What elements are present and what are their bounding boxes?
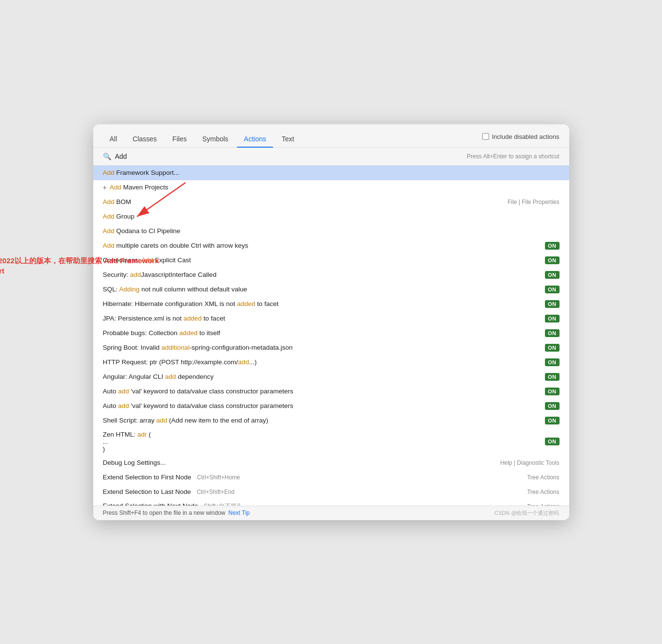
result-item[interactable]: Extend Selection to First Node Ctrl+Shif…: [93, 470, 569, 485]
highlight: added: [237, 300, 255, 307]
status-bar: Press Shift+F4 to open the file in a new…: [93, 506, 569, 520]
highlight: additional: [161, 344, 189, 351]
highlight: Adding: [119, 286, 139, 293]
on-badge: ON: [545, 373, 560, 381]
highlight: Add: [103, 227, 115, 235]
on-badge: ON: [545, 388, 560, 395]
item-meta: Tree Actions: [527, 503, 559, 506]
highlight: Add: [110, 184, 121, 191]
on-badge: ON: [545, 256, 560, 264]
item-label: Auto add 'val' keyword to data/value cla…: [103, 402, 545, 409]
item-label: Extend Selection to First Node Ctrl+Shif…: [103, 474, 527, 481]
result-item[interactable]: Shell Script: array add (Add new item to…: [93, 413, 569, 428]
on-badge: ON: [545, 344, 560, 352]
tab-symbols[interactable]: Symbols: [195, 131, 235, 148]
result-item[interactable]: Auto add 'val' keyword to data/value cla…: [93, 399, 569, 413]
on-badge: ON: [545, 286, 560, 293]
result-item[interactable]: Extend Selection to Last Node Ctrl+Shift…: [93, 485, 569, 499]
result-item[interactable]: Zen HTML: adr (...)ON: [93, 428, 569, 456]
search-bar: 🔍 Press Alt+Enter to assign a shortcut: [93, 148, 569, 166]
result-item[interactable]: SQL: Adding not null column without defa…: [93, 282, 569, 297]
on-badge: ON: [545, 300, 560, 308]
on-badge: ON: [545, 329, 560, 337]
result-item[interactable]: Auto add 'val' keyword to data/value cla…: [93, 384, 569, 399]
tab-actions[interactable]: Actions: [237, 131, 273, 148]
result-item[interactable]: Add multiple carets on double Ctrl with …: [93, 238, 569, 253]
result-item[interactable]: Probable bugs: Collection added to itsel…: [93, 326, 569, 340]
result-item[interactable]: Add BOMFile | File Properties: [93, 195, 569, 209]
highlight: add: [156, 417, 168, 424]
item-label: Add Framework Support...: [103, 169, 560, 176]
result-item[interactable]: +Add Maven Projects: [93, 180, 569, 195]
item-label: Zen HTML: adr (...): [103, 431, 545, 453]
item-label: HTTP Request: ptr (POST http://example.c…: [103, 358, 545, 366]
result-item[interactable]: Spring Boot: Invalid additional-spring-c…: [93, 340, 569, 355]
item-label: Debug Log Settings...: [103, 459, 500, 466]
results-list: Add Framework Support...+Add Maven Proje…: [93, 166, 569, 506]
item-meta: Help | Diagnostic Tools: [500, 459, 560, 466]
tab-classes[interactable]: Classes: [126, 131, 164, 148]
item-shortcut: Shift+向下箭头: [204, 503, 242, 506]
result-item[interactable]: HTTP Request: ptr (POST http://example.c…: [93, 355, 569, 370]
search-dialog: All Classes Files Symbols Actions Text I…: [93, 124, 569, 520]
item-label: Add BOM: [103, 198, 508, 205]
item-label: Add Maven Projects: [110, 184, 560, 191]
highlight: Add: [103, 198, 115, 205]
item-label: Add Group: [103, 213, 560, 220]
next-tip-link[interactable]: Next Tip: [228, 509, 250, 516]
on-badge: ON: [545, 242, 560, 250]
item-label: Extend Selection with Next Node Shift+向下…: [103, 502, 527, 506]
item-label: Probable bugs: Collection added to itsel…: [103, 329, 545, 337]
item-shortcut: Ctrl+Shift+Home: [197, 474, 240, 481]
result-item[interactable]: Hibernate: Hibernate configuration XML i…: [93, 297, 569, 311]
item-label: Add multiple carets on double Ctrl with …: [103, 242, 545, 249]
result-item[interactable]: Correctness: Add Explicit CastON: [93, 253, 569, 268]
item-label: Hibernate: Hibernate configuration XML i…: [103, 300, 545, 307]
tab-files[interactable]: Files: [166, 131, 194, 148]
result-item[interactable]: Security: addJavascriptInterface CalledO…: [93, 268, 569, 282]
highlight: Add: [141, 256, 153, 264]
result-item[interactable]: Extend Selection with Next Node Shift+向下…: [93, 499, 569, 506]
watermark: CSDN @给我一个通过密码: [494, 509, 559, 517]
result-item[interactable]: Debug Log Settings...Help | Diagnostic T…: [93, 456, 569, 470]
item-label: SQL: Adding not null column without defa…: [103, 286, 545, 293]
include-disabled-label[interactable]: Include disabled actions: [482, 133, 560, 140]
highlight: adr: [137, 431, 147, 438]
highlight: add: [165, 373, 176, 380]
result-item[interactable]: Add Group: [93, 209, 569, 224]
tabs-bar: All Classes Files Symbols Actions Text I…: [93, 124, 569, 148]
tab-all[interactable]: All: [103, 131, 124, 148]
plus-icon: +: [103, 184, 107, 191]
result-item[interactable]: Angular: Angular CLI add dependencyON: [93, 370, 569, 384]
on-badge: ON: [545, 271, 560, 279]
include-disabled-checkbox[interactable]: [482, 133, 489, 140]
item-meta: Tree Actions: [527, 489, 559, 495]
item-label: Shell Script: array add (Add new item to…: [103, 417, 545, 424]
on-badge: ON: [545, 358, 560, 366]
item-label: Angular: Angular CLI add dependency: [103, 373, 545, 380]
search-input[interactable]: [115, 153, 463, 160]
highlight: Add: [103, 213, 115, 220]
tab-text[interactable]: Text: [275, 131, 301, 148]
result-item[interactable]: JPA: Persistence.xml is not added to fac…: [93, 311, 569, 326]
highlight: Add: [103, 169, 115, 176]
item-meta: File | File Properties: [508, 199, 559, 205]
on-badge: ON: [545, 438, 560, 445]
item-shortcut: Ctrl+Shift+End: [197, 489, 235, 495]
search-icon: 🔍: [103, 153, 111, 160]
on-badge: ON: [545, 315, 560, 322]
dialog-wrapper: 如果是2022以上的版本，在帮助里搜索 Add Framework Suppor…: [93, 124, 569, 520]
item-label: Extend Selection to Last Node Ctrl+Shift…: [103, 488, 527, 495]
highlight: add: [118, 402, 129, 409]
highlight: Add: [103, 242, 115, 249]
item-label: Auto add 'val' keyword to data/value cla…: [103, 388, 545, 395]
item-label: Security: addJavascriptInterface Called: [103, 271, 545, 278]
on-badge: ON: [545, 402, 560, 410]
shortcut-hint: Press Alt+Enter to assign a shortcut: [467, 153, 559, 160]
result-item[interactable]: Add Qodana to CI Pipeline: [93, 224, 569, 238]
item-label: JPA: Persistence.xml is not added to fac…: [103, 315, 545, 322]
highlight: add: [130, 271, 141, 278]
highlight: add: [238, 358, 249, 366]
status-hint: Press Shift+F4 to open the file in a new…: [103, 509, 225, 516]
result-item[interactable]: Add Framework Support...: [93, 166, 569, 180]
